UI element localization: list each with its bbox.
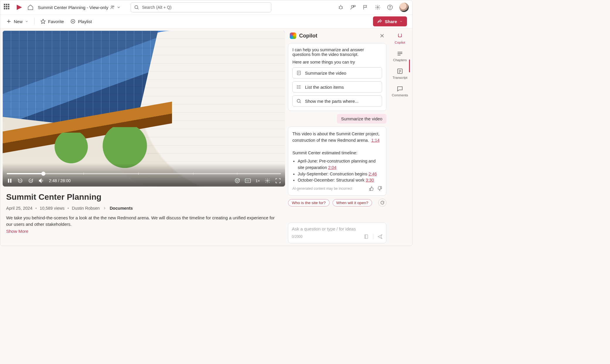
refresh-icon[interactable] [378,199,386,207]
stream-logo-icon[interactable] [15,3,23,11]
svg-point-42 [297,99,300,102]
chip-who[interactable]: Who is the site for? [288,199,330,206]
chapter-marker[interactable] [84,172,84,175]
svg-point-5 [339,6,342,9]
share-button[interactable]: Share [373,16,407,26]
share-label: Share [385,19,397,24]
chevron-down-icon [399,20,403,23]
volume-icon[interactable] [38,178,44,184]
char-count: 0/2000 [292,235,303,239]
svg-line-4 [137,8,138,9]
search-input[interactable]: Search (Alt + Q) [131,2,271,12]
suggestion-parts-where-label: Show me the parts where... [305,99,359,104]
video-date: April 25, 2024 [6,206,32,211]
document-title[interactable]: Summit Center Planning - View-only [38,5,121,10]
time-display: 2:48 / 28:00 [49,178,71,183]
video-meta-row: April 25, 2024 • 10,589 views • Dustin R… [6,206,282,211]
user-message: Summarize the video [337,114,386,124]
video-player[interactable]: 10 10 2:48 / 28:00 CC 1× [3,31,285,187]
rewind-10-icon[interactable]: 10 [17,178,23,184]
rail-chapters[interactable]: Chapters [393,50,407,62]
favorite-button[interactable]: Favorite [40,18,64,25]
suggestion-summarize[interactable]: Summarize the video [292,67,382,78]
gear-icon[interactable] [375,4,381,10]
rail-comments-label: Comments [392,93,408,97]
copilot-response-card: This video is about the Summit Center pr… [288,127,386,196]
svg-rect-46 [365,235,368,239]
left-column: 10 10 2:48 / 28:00 CC 1× Summit Center P… [3,31,285,243]
svg-line-43 [300,102,301,103]
video-title: Summit Center Planning [6,192,282,202]
timestamp-link[interactable]: 3:30 [366,178,374,182]
svg-marker-23 [39,179,42,182]
playback-rate[interactable]: 1× [255,179,260,183]
thumbs-up-icon[interactable] [369,186,374,191]
followup-chips: Who is the site for? When will it open? [288,199,386,207]
send-icon[interactable] [377,234,383,239]
seek-bar[interactable] [7,173,281,174]
timestamp-link[interactable]: 2:04 [328,165,336,170]
svg-rect-22 [10,179,11,182]
svg-point-29 [267,180,268,182]
breadcrumb-location[interactable]: Documents [110,206,133,211]
chip-when[interactable]: When will it open? [333,199,372,206]
suggestion-action-items[interactable]: List the action items [292,81,382,93]
player-controls: 10 10 2:48 / 28:00 CC 1× [3,163,285,187]
suggestion-parts-where[interactable]: Show me the parts where... [292,95,382,107]
seek-progress [7,173,43,174]
timestamp-link[interactable]: 2:46 [369,172,377,176]
playlist-button[interactable]: Playlist [70,18,93,25]
new-button[interactable]: New [6,18,29,25]
chapters-icon [396,50,403,57]
notebook-icon[interactable] [364,234,369,239]
response-lead: This video is about the Summit Center pr… [292,131,379,143]
suggestion-summarize-label: Summarize the video [305,71,346,76]
captions-icon[interactable]: CC [245,178,251,184]
pause-icon[interactable] [7,178,13,184]
person-feedback-icon[interactable] [350,4,356,10]
copilot-intro-text: I can help you summarize and answer ques… [292,47,382,57]
svg-point-26 [238,180,238,181]
svg-point-40 [297,87,298,87]
seek-thumb[interactable] [41,172,45,176]
share-icon [377,19,382,24]
video-views: 10,589 views [40,206,65,211]
rail-chapters-label: Chapters [393,58,407,62]
timeline-item: July-September: Construction begins 2:46 [298,171,382,177]
svg-text:CC: CC [246,180,250,182]
avatar[interactable] [399,3,409,12]
list-icon [296,84,301,90]
svg-rect-45 [381,187,381,189]
ask-input[interactable] [292,226,383,231]
rail-copilot[interactable]: Copilot [395,33,405,44]
chapter-marker[interactable] [138,172,139,175]
document-title-text: Summit Center Planning - View-only [38,5,108,10]
svg-point-3 [135,6,138,9]
settings-icon[interactable] [265,178,270,184]
bug-icon[interactable] [338,4,344,10]
svg-point-12 [377,7,379,8]
close-icon[interactable] [379,33,385,38]
video-author[interactable]: Dustin Robsen [72,206,100,211]
flag-icon[interactable] [362,4,368,10]
svg-point-1 [111,6,113,7]
chapter-marker[interactable] [193,172,193,175]
timeline-item: October-December: Structural work 3:30 [298,177,382,184]
star-icon [40,19,46,24]
timestamp-link[interactable]: 1:14 [371,138,379,143]
copilot-try-label: Here are some things you can try [292,60,382,64]
show-more-link[interactable]: Show More [6,229,282,234]
reactions-icon[interactable] [234,178,240,184]
rail-comments[interactable]: Comments [392,85,408,97]
chapter-marker[interactable] [237,172,237,175]
thumbs-down-icon[interactable] [377,186,382,191]
help-icon[interactable] [387,4,393,10]
app-launcher-icon[interactable] [4,4,11,11]
forward-10-icon[interactable]: 10 [28,178,34,184]
fullscreen-icon[interactable] [275,178,281,184]
ai-disclaimer: AI-generated content may be incorrect [292,186,352,191]
rail-transcript[interactable]: Transcript [393,68,408,79]
svg-point-39 [297,86,298,86]
home-icon[interactable] [27,4,34,11]
playlist-add-icon [70,19,76,24]
